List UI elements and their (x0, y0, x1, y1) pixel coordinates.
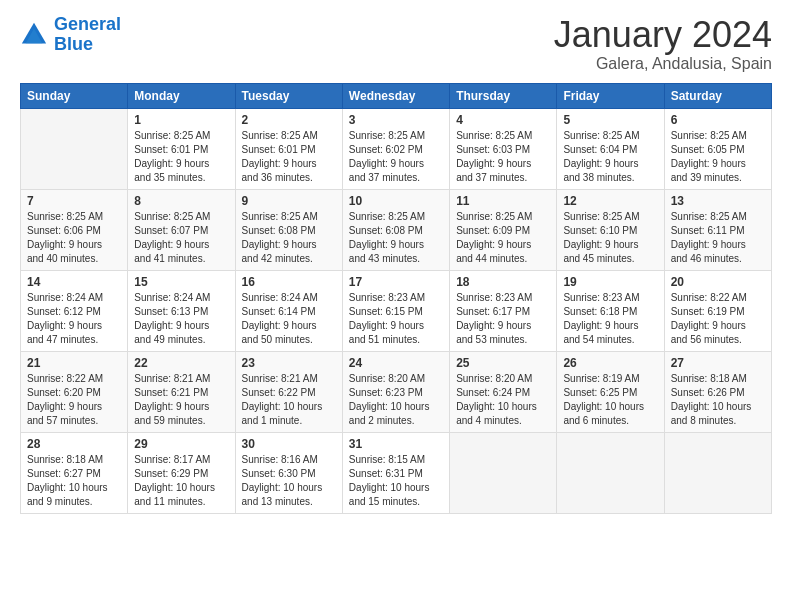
calendar-week-row: 21Sunrise: 8:22 AMSunset: 6:20 PMDayligh… (21, 351, 772, 432)
day-number: 7 (27, 194, 121, 208)
calendar-cell: 12Sunrise: 8:25 AMSunset: 6:10 PMDayligh… (557, 189, 664, 270)
day-number: 15 (134, 275, 228, 289)
calendar-cell: 5Sunrise: 8:25 AMSunset: 6:04 PMDaylight… (557, 108, 664, 189)
day-number: 6 (671, 113, 765, 127)
day-number: 31 (349, 437, 443, 451)
cell-content: Sunrise: 8:25 AMSunset: 6:06 PMDaylight:… (27, 210, 121, 266)
cell-content: Sunrise: 8:25 AMSunset: 6:07 PMDaylight:… (134, 210, 228, 266)
cell-content: Sunrise: 8:23 AMSunset: 6:15 PMDaylight:… (349, 291, 443, 347)
cell-content: Sunrise: 8:23 AMSunset: 6:18 PMDaylight:… (563, 291, 657, 347)
calendar-cell: 31Sunrise: 8:15 AMSunset: 6:31 PMDayligh… (342, 432, 449, 513)
day-number: 26 (563, 356, 657, 370)
cell-content: Sunrise: 8:24 AMSunset: 6:13 PMDaylight:… (134, 291, 228, 347)
calendar-cell: 14Sunrise: 8:24 AMSunset: 6:12 PMDayligh… (21, 270, 128, 351)
calendar-cell: 21Sunrise: 8:22 AMSunset: 6:20 PMDayligh… (21, 351, 128, 432)
day-number: 22 (134, 356, 228, 370)
cell-content: Sunrise: 8:25 AMSunset: 6:11 PMDaylight:… (671, 210, 765, 266)
day-number: 18 (456, 275, 550, 289)
day-number: 12 (563, 194, 657, 208)
cell-content: Sunrise: 8:20 AMSunset: 6:24 PMDaylight:… (456, 372, 550, 428)
calendar-cell: 11Sunrise: 8:25 AMSunset: 6:09 PMDayligh… (450, 189, 557, 270)
calendar-cell: 20Sunrise: 8:22 AMSunset: 6:19 PMDayligh… (664, 270, 771, 351)
day-header-sunday: Sunday (21, 83, 128, 108)
calendar-cell: 15Sunrise: 8:24 AMSunset: 6:13 PMDayligh… (128, 270, 235, 351)
day-number: 10 (349, 194, 443, 208)
cell-content: Sunrise: 8:20 AMSunset: 6:23 PMDaylight:… (349, 372, 443, 428)
calendar-cell: 8Sunrise: 8:25 AMSunset: 6:07 PMDaylight… (128, 189, 235, 270)
day-number: 4 (456, 113, 550, 127)
day-header-monday: Monday (128, 83, 235, 108)
calendar-cell: 13Sunrise: 8:25 AMSunset: 6:11 PMDayligh… (664, 189, 771, 270)
day-number: 19 (563, 275, 657, 289)
cell-content: Sunrise: 8:24 AMSunset: 6:12 PMDaylight:… (27, 291, 121, 347)
calendar-cell: 27Sunrise: 8:18 AMSunset: 6:26 PMDayligh… (664, 351, 771, 432)
cell-content: Sunrise: 8:17 AMSunset: 6:29 PMDaylight:… (134, 453, 228, 509)
calendar-header-row: SundayMondayTuesdayWednesdayThursdayFrid… (21, 83, 772, 108)
calendar-cell: 30Sunrise: 8:16 AMSunset: 6:30 PMDayligh… (235, 432, 342, 513)
calendar-cell: 28Sunrise: 8:18 AMSunset: 6:27 PMDayligh… (21, 432, 128, 513)
cell-content: Sunrise: 8:25 AMSunset: 6:02 PMDaylight:… (349, 129, 443, 185)
calendar-cell (21, 108, 128, 189)
calendar-cell: 3Sunrise: 8:25 AMSunset: 6:02 PMDaylight… (342, 108, 449, 189)
calendar-cell: 7Sunrise: 8:25 AMSunset: 6:06 PMDaylight… (21, 189, 128, 270)
calendar-cell (664, 432, 771, 513)
day-number: 3 (349, 113, 443, 127)
cell-content: Sunrise: 8:25 AMSunset: 6:01 PMDaylight:… (242, 129, 336, 185)
calendar-cell: 29Sunrise: 8:17 AMSunset: 6:29 PMDayligh… (128, 432, 235, 513)
title-block: January 2024 Galera, Andalusia, Spain (554, 15, 772, 73)
calendar-cell: 19Sunrise: 8:23 AMSunset: 6:18 PMDayligh… (557, 270, 664, 351)
day-number: 21 (27, 356, 121, 370)
calendar-cell (557, 432, 664, 513)
day-number: 30 (242, 437, 336, 451)
calendar-table: SundayMondayTuesdayWednesdayThursdayFrid… (20, 83, 772, 514)
cell-content: Sunrise: 8:25 AMSunset: 6:04 PMDaylight:… (563, 129, 657, 185)
cell-content: Sunrise: 8:21 AMSunset: 6:22 PMDaylight:… (242, 372, 336, 428)
calendar-cell (450, 432, 557, 513)
logo-text: GeneralBlue (54, 15, 121, 55)
calendar-cell: 6Sunrise: 8:25 AMSunset: 6:05 PMDaylight… (664, 108, 771, 189)
cell-content: Sunrise: 8:25 AMSunset: 6:08 PMDaylight:… (242, 210, 336, 266)
calendar-cell: 22Sunrise: 8:21 AMSunset: 6:21 PMDayligh… (128, 351, 235, 432)
calendar-cell: 10Sunrise: 8:25 AMSunset: 6:08 PMDayligh… (342, 189, 449, 270)
day-number: 28 (27, 437, 121, 451)
calendar-cell: 25Sunrise: 8:20 AMSunset: 6:24 PMDayligh… (450, 351, 557, 432)
calendar-cell: 4Sunrise: 8:25 AMSunset: 6:03 PMDaylight… (450, 108, 557, 189)
cell-content: Sunrise: 8:18 AMSunset: 6:26 PMDaylight:… (671, 372, 765, 428)
day-header-thursday: Thursday (450, 83, 557, 108)
calendar-week-row: 14Sunrise: 8:24 AMSunset: 6:12 PMDayligh… (21, 270, 772, 351)
day-number: 17 (349, 275, 443, 289)
calendar-cell: 18Sunrise: 8:23 AMSunset: 6:17 PMDayligh… (450, 270, 557, 351)
day-number: 20 (671, 275, 765, 289)
calendar-cell: 1Sunrise: 8:25 AMSunset: 6:01 PMDaylight… (128, 108, 235, 189)
calendar-week-row: 1Sunrise: 8:25 AMSunset: 6:01 PMDaylight… (21, 108, 772, 189)
cell-content: Sunrise: 8:22 AMSunset: 6:20 PMDaylight:… (27, 372, 121, 428)
cell-content: Sunrise: 8:16 AMSunset: 6:30 PMDaylight:… (242, 453, 336, 509)
day-number: 11 (456, 194, 550, 208)
calendar-cell: 24Sunrise: 8:20 AMSunset: 6:23 PMDayligh… (342, 351, 449, 432)
cell-content: Sunrise: 8:25 AMSunset: 6:08 PMDaylight:… (349, 210, 443, 266)
calendar-week-row: 7Sunrise: 8:25 AMSunset: 6:06 PMDaylight… (21, 189, 772, 270)
cell-content: Sunrise: 8:19 AMSunset: 6:25 PMDaylight:… (563, 372, 657, 428)
day-number: 25 (456, 356, 550, 370)
calendar-cell: 9Sunrise: 8:25 AMSunset: 6:08 PMDaylight… (235, 189, 342, 270)
day-number: 24 (349, 356, 443, 370)
day-number: 23 (242, 356, 336, 370)
day-number: 14 (27, 275, 121, 289)
cell-content: Sunrise: 8:25 AMSunset: 6:03 PMDaylight:… (456, 129, 550, 185)
day-header-tuesday: Tuesday (235, 83, 342, 108)
day-header-saturday: Saturday (664, 83, 771, 108)
calendar-subtitle: Galera, Andalusia, Spain (554, 55, 772, 73)
calendar-cell: 26Sunrise: 8:19 AMSunset: 6:25 PMDayligh… (557, 351, 664, 432)
day-number: 1 (134, 113, 228, 127)
cell-content: Sunrise: 8:24 AMSunset: 6:14 PMDaylight:… (242, 291, 336, 347)
calendar-cell: 23Sunrise: 8:21 AMSunset: 6:22 PMDayligh… (235, 351, 342, 432)
cell-content: Sunrise: 8:25 AMSunset: 6:09 PMDaylight:… (456, 210, 550, 266)
calendar-title: January 2024 (554, 15, 772, 55)
cell-content: Sunrise: 8:23 AMSunset: 6:17 PMDaylight:… (456, 291, 550, 347)
page-container: GeneralBlue January 2024 Galera, Andalus… (0, 0, 792, 524)
day-number: 16 (242, 275, 336, 289)
day-header-friday: Friday (557, 83, 664, 108)
day-number: 8 (134, 194, 228, 208)
logo-icon (20, 21, 48, 49)
day-number: 9 (242, 194, 336, 208)
